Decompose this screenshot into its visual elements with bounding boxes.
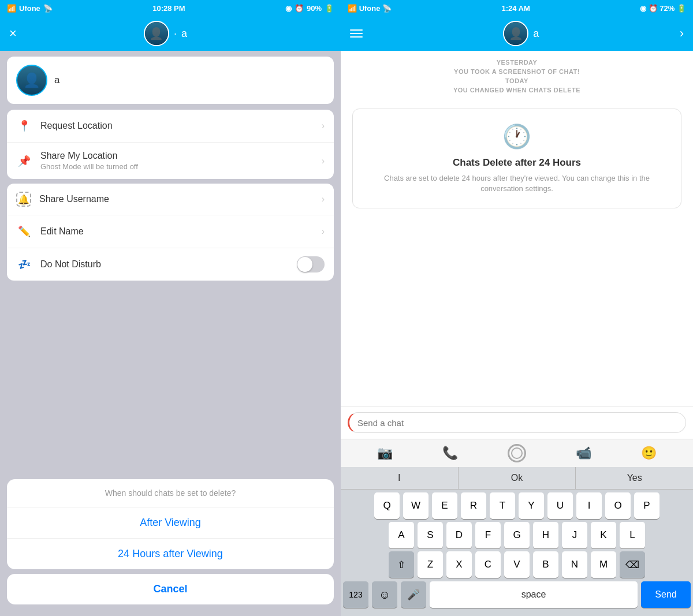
chevron-right-button[interactable]: › bbox=[680, 26, 684, 41]
key-f[interactable]: F bbox=[475, 522, 501, 548]
key-o[interactable]: O bbox=[605, 492, 631, 519]
settings-item-dnd[interactable]: 💤 Do Not Disturb bbox=[7, 248, 334, 281]
key-q[interactable]: Q bbox=[374, 492, 400, 519]
key-d[interactable]: D bbox=[446, 522, 472, 548]
chat-input[interactable] bbox=[348, 412, 686, 433]
share-username-label: Share Username bbox=[39, 194, 322, 204]
key-r[interactable]: R bbox=[461, 492, 486, 519]
settings-item-edit-name[interactable]: ✏️ Edit Name › bbox=[7, 215, 334, 248]
status-icons-left: ◉ ⏰ 90% 🔋 bbox=[285, 4, 334, 13]
settings-item-request-location[interactable]: 📍 Request Location › bbox=[7, 110, 334, 143]
key-k[interactable]: K bbox=[591, 522, 616, 548]
ham-line-2 bbox=[350, 33, 363, 34]
edit-name-chevron: › bbox=[322, 226, 325, 237]
key-b[interactable]: B bbox=[533, 551, 558, 578]
delete-card-desc: Chats are set to delete 24 hours after t… bbox=[364, 173, 669, 194]
key-c[interactable]: C bbox=[475, 551, 501, 578]
share-username-text: Share Username bbox=[39, 194, 322, 204]
edit-name-text: Edit Name bbox=[40, 226, 322, 237]
battery-icon-left: 🔋 bbox=[325, 4, 334, 13]
chat-header-left: × · a bbox=[0, 16, 341, 51]
key-row-2: A S D F G H J K L bbox=[341, 519, 693, 548]
key-row-1: Q W E R T Y U I O P bbox=[341, 490, 693, 519]
after-viewing-option[interactable]: After Viewing bbox=[7, 507, 334, 539]
notif-changed: YOU CHANGED WHEN CHATS DELETE bbox=[352, 87, 681, 94]
suggestions-row: I Ok Yes bbox=[341, 467, 693, 490]
avatar-left[interactable] bbox=[144, 21, 169, 46]
avatar-right[interactable] bbox=[503, 21, 528, 46]
key-l[interactable]: L bbox=[620, 522, 645, 548]
status-bar-right: 📶 Ufone 📡 1:24 AM ◉ ⏰ 72% 🔋 bbox=[341, 0, 693, 16]
emoji-key[interactable]: ☺ bbox=[372, 581, 397, 608]
dnd-toggle[interactable] bbox=[297, 256, 325, 272]
photo-icon[interactable]: 📷 bbox=[377, 446, 393, 461]
cancel-button[interactable]: Cancel bbox=[7, 574, 334, 604]
key-t[interactable]: T bbox=[490, 492, 515, 519]
settings-item-share-location[interactable]: 📌 Share My Location Ghost Mode will be t… bbox=[7, 143, 334, 179]
suggestion-ok[interactable]: Ok bbox=[459, 467, 576, 489]
key-z[interactable]: Z bbox=[418, 551, 443, 578]
send-key[interactable]: Send bbox=[641, 581, 691, 608]
request-location-chevron: › bbox=[322, 121, 325, 131]
ham-line-1 bbox=[350, 29, 363, 31]
time-right: 1:24 AM bbox=[501, 4, 530, 13]
input-area bbox=[341, 406, 693, 439]
mic-key[interactable]: 🎤 bbox=[401, 581, 426, 608]
carrier-info: 📶 Ufone 📡 bbox=[7, 4, 53, 13]
left-panel: 📶 Ufone 📡 10:28 PM ◉ ⏰ 90% 🔋 × · a 👤 bbox=[0, 0, 341, 616]
space-key[interactable]: space bbox=[430, 581, 638, 608]
dnd-text: Do Not Disturb bbox=[40, 259, 297, 270]
settings-overlay: 👤 a 📍 Request Location › 📌 Share My Loca… bbox=[0, 51, 341, 616]
snap-circle-button[interactable] bbox=[508, 444, 526, 462]
key-y[interactable]: Y bbox=[519, 492, 544, 519]
key-n[interactable]: N bbox=[562, 551, 587, 578]
key-w[interactable]: W bbox=[403, 492, 429, 519]
close-button[interactable]: × bbox=[9, 26, 17, 41]
key-u[interactable]: U bbox=[547, 492, 573, 519]
header-center-right: a bbox=[503, 21, 539, 46]
shift-key[interactable]: ⇧ bbox=[389, 551, 414, 578]
key-v[interactable]: V bbox=[504, 551, 530, 578]
carrier-name: Ufone bbox=[19, 4, 40, 13]
settings-group-user: 🔔 Share Username › ✏️ Edit Name › 💤 Do N… bbox=[7, 184, 334, 281]
key-h[interactable]: H bbox=[533, 522, 558, 548]
suggestion-yes[interactable]: Yes bbox=[576, 467, 693, 489]
hamburger-button[interactable] bbox=[350, 29, 363, 38]
key-x[interactable]: X bbox=[446, 551, 472, 578]
location-icon: ◉ bbox=[285, 4, 292, 13]
carrier-info-right: 📶 Ufone 📡 bbox=[348, 4, 392, 13]
carrier-name-right: Ufone bbox=[359, 4, 381, 13]
key-e[interactable]: E bbox=[432, 492, 457, 519]
location-icon-right: ◉ bbox=[640, 4, 646, 13]
key-s[interactable]: S bbox=[418, 522, 443, 548]
edit-name-label: Edit Name bbox=[40, 226, 322, 237]
key-a[interactable]: A bbox=[389, 522, 414, 548]
key-i[interactable]: I bbox=[576, 492, 602, 519]
toggle-knob bbox=[297, 257, 312, 272]
settings-item-share-username[interactable]: 🔔 Share Username › bbox=[7, 184, 334, 215]
profile-name: a bbox=[54, 74, 59, 86]
profile-card[interactable]: 👤 a bbox=[7, 57, 334, 104]
request-location-text: Request Location bbox=[40, 121, 322, 131]
alarm-icon-right: ⏰ bbox=[649, 4, 658, 13]
dot-decoration: · bbox=[174, 28, 177, 40]
battery-icon-right: 🔋 bbox=[677, 4, 686, 13]
24-hours-option[interactable]: 24 Hours after Viewing bbox=[7, 539, 334, 569]
num-key[interactable]: 123 bbox=[343, 581, 368, 608]
delete-key[interactable]: ⌫ bbox=[620, 551, 645, 578]
settings-group-location: 📍 Request Location › 📌 Share My Location… bbox=[7, 110, 334, 179]
key-g[interactable]: G bbox=[504, 522, 530, 548]
key-m[interactable]: M bbox=[591, 551, 616, 578]
chat-notifications: YESTERDAY YOU TOOK A SCREENSHOT OF CHAT!… bbox=[341, 51, 693, 104]
phone-icon[interactable]: 📞 bbox=[442, 446, 458, 461]
suggestion-i[interactable]: I bbox=[341, 467, 459, 489]
emoji-icon[interactable]: 🙂 bbox=[641, 446, 657, 461]
key-p[interactable]: P bbox=[634, 492, 660, 519]
chat-header-right: a › bbox=[341, 16, 693, 51]
dnd-label: Do Not Disturb bbox=[40, 259, 297, 270]
action-icons-row: 📷 📞 📹 🙂 bbox=[341, 439, 693, 467]
key-j[interactable]: J bbox=[562, 522, 587, 548]
username-header-left: a bbox=[181, 28, 187, 40]
video-icon[interactable]: 📹 bbox=[576, 446, 591, 461]
edit-name-icon: ✏️ bbox=[16, 223, 32, 240]
